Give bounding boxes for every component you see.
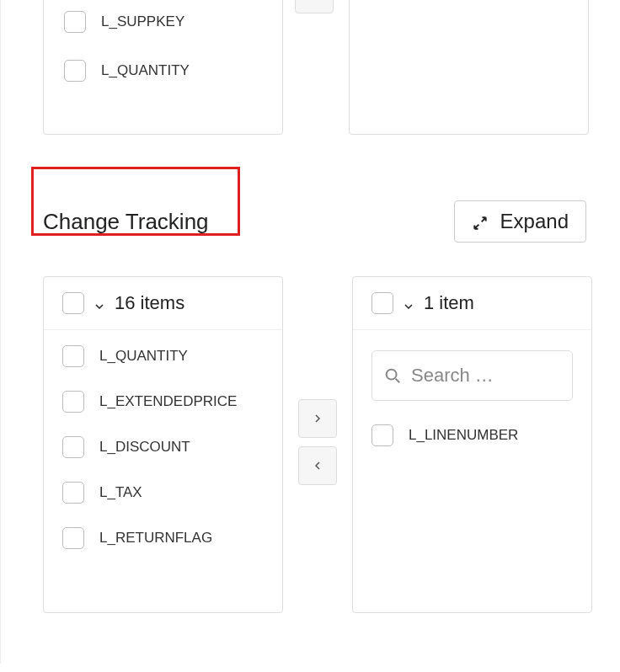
top-right-list	[349, 0, 589, 135]
expand-icon	[472, 213, 489, 230]
list-item[interactable]: L_QUANTITY	[44, 333, 282, 379]
list-item[interactable]: L_LINENUMBER	[353, 413, 591, 458]
select-all-checkbox[interactable]	[62, 292, 84, 314]
chevron-down-icon	[93, 296, 106, 310]
available-columns-header[interactable]: 16 items	[44, 277, 282, 330]
selected-columns-header[interactable]: 1 item	[353, 277, 591, 330]
checkbox[interactable]	[64, 11, 86, 33]
section-title-change-tracking: Change Tracking	[43, 209, 209, 235]
move-left-button[interactable]	[298, 446, 337, 485]
svg-point-0	[387, 370, 397, 380]
chevron-down-icon	[402, 296, 415, 310]
list-item[interactable]: L_DISCOUNT	[44, 424, 282, 470]
available-count: 16 items	[115, 292, 184, 314]
checkbox[interactable]	[371, 424, 393, 446]
checkbox[interactable]	[62, 345, 84, 367]
top-left-list: L_SUPPKEY L_QUANTITY	[43, 0, 283, 135]
item-label: L_RETURNFLAG	[99, 530, 212, 547]
expand-label: Expand	[500, 210, 569, 233]
svg-line-1	[396, 379, 400, 383]
list-item[interactable]: L_EXTENDEDPRICE	[44, 379, 282, 424]
list-item[interactable]: L_RETURNFLAG	[44, 515, 282, 561]
item-label: L_SUPPKEY	[101, 13, 184, 30]
search-icon	[383, 366, 402, 385]
selected-columns-list: 1 item L_LINENUMBER	[352, 276, 592, 613]
move-left-button[interactable]	[295, 0, 334, 13]
list-item[interactable]: L_TAX	[44, 470, 282, 515]
available-columns-list: 16 items L_QUANTITY L_EXTENDEDPRICE L_DI…	[43, 276, 283, 613]
selected-count: 1 item	[424, 292, 474, 314]
item-label: L_EXTENDEDPRICE	[99, 393, 237, 410]
move-right-button[interactable]	[298, 399, 337, 438]
item-label: L_QUANTITY	[99, 348, 188, 365]
list-item[interactable]: L_QUANTITY	[44, 46, 282, 95]
checkbox[interactable]	[62, 436, 84, 458]
expand-button[interactable]: Expand	[454, 200, 586, 243]
list-item[interactable]: L_SUPPKEY	[44, 0, 282, 46]
item-label: L_TAX	[99, 484, 142, 501]
item-label: L_LINENUMBER	[409, 427, 518, 444]
checkbox[interactable]	[62, 391, 84, 413]
select-all-checkbox[interactable]	[371, 292, 393, 314]
item-label: L_DISCOUNT	[99, 439, 190, 456]
checkbox[interactable]	[62, 482, 84, 504]
checkbox[interactable]	[62, 527, 84, 549]
checkbox[interactable]	[64, 60, 86, 82]
item-label: L_QUANTITY	[101, 62, 190, 79]
